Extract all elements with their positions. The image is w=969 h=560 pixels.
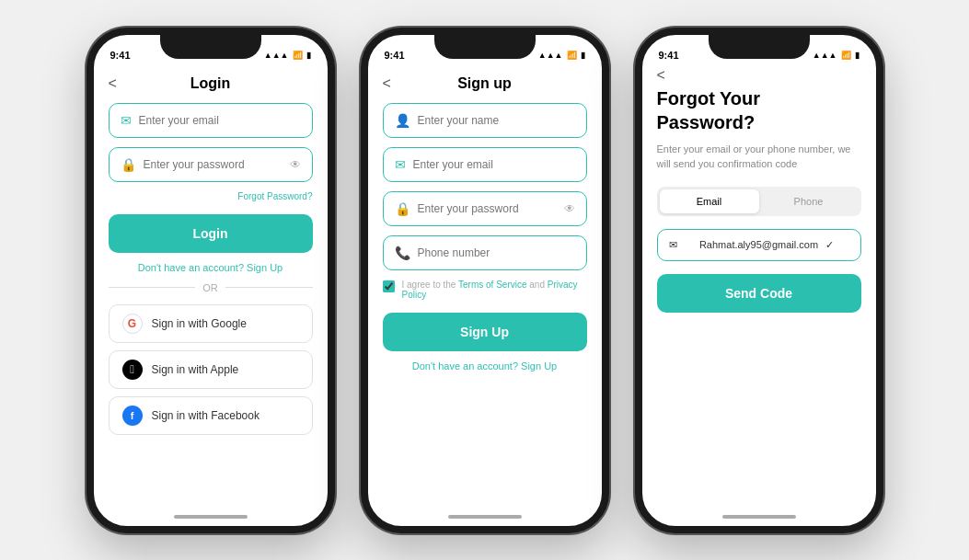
signup-phone-input[interactable] (418, 246, 575, 259)
login-screen-content: < Login ✉ 🔒 👁︎ Forgot Password? Login Do… (94, 68, 328, 508)
phone-tab[interactable]: Phone (759, 189, 859, 213)
forgot-nav-header: < (657, 68, 861, 86)
home-indicator-1 (94, 508, 328, 526)
email-icon-1: ✉ (121, 113, 132, 128)
phone-forgot: 9:41 ▲▲▲ 📶 ▮ < Forgot Your Password? Ent… (635, 28, 883, 533)
apple-signin-button[interactable]:  Sign in with Apple (109, 350, 313, 389)
signup-password-input[interactable] (418, 202, 557, 215)
facebook-signin-button[interactable]: f Sign in with Facebook (109, 396, 313, 435)
forgot-screen-content: < Forgot Your Password? Enter your email… (642, 68, 876, 508)
google-label: Sign in with Google (152, 317, 247, 330)
signup-phone-field[interactable]: 📞 (383, 235, 587, 270)
login-button[interactable]: Login (109, 214, 313, 253)
email-value-text: Rahmat.aly95@gmail.com (699, 239, 818, 250)
signup-screen-content: < Sign up 👤 ✉ 🔒 👁︎ 📞 (368, 68, 602, 508)
battery-icon-3: ▮ (855, 51, 859, 60)
apple-icon:  (122, 360, 143, 380)
login-link-row: Don't have an account? Sign Up (383, 360, 587, 371)
or-divider: OR (109, 282, 313, 293)
home-indicator-3 (642, 508, 876, 526)
signup-link-row: Don't have an account? Sign Up (109, 262, 313, 273)
send-code-button[interactable]: Send Code (657, 274, 861, 313)
status-icons-2: ▲▲▲ 📶 ▮ (538, 51, 585, 60)
google-icon: G (122, 314, 143, 334)
signup-title: Sign up (457, 75, 512, 92)
forgot-password-title: Forgot Your Password? (657, 86, 861, 134)
phone-signup: 9:41 ▲▲▲ 📶 ▮ < Sign up 👤 ✉ 🔒 (361, 28, 609, 533)
signup-password-field[interactable]: 🔒 👁︎ (383, 191, 587, 226)
signup-link[interactable]: Sign Up (247, 262, 283, 273)
forgot-password-link-1[interactable]: Forgot Password? (109, 191, 313, 201)
signal-icon-1: ▲▲▲ (264, 51, 289, 60)
terms-checkbox[interactable] (383, 280, 395, 292)
terms-text: I agree to the Terms of Service and Priv… (402, 280, 587, 300)
email-icon-3: ✉ (669, 239, 692, 251)
signup-email-field[interactable]: ✉ (383, 147, 587, 182)
phone-icon: 📞 (395, 246, 410, 260)
person-icon: 👤 (395, 113, 410, 128)
divider-or-text: OR (202, 282, 218, 293)
forgot-back-button[interactable]: < (657, 68, 665, 84)
login-password-input[interactable] (144, 158, 283, 171)
signup-nav-header: < Sign up (383, 68, 587, 103)
signup-back-button[interactable]: < (383, 75, 391, 92)
login-link-prefix: Don't have an account? (412, 360, 518, 371)
facebook-label: Sign in with Facebook (152, 409, 260, 422)
login-title: Login (190, 75, 231, 92)
battery-icon-1: ▮ (306, 51, 311, 60)
phones-container: 9:41 ▲▲▲ 📶 ▮ < Login ✉ 🔒 👁︎ Forgot Passw… (68, 9, 902, 552)
eye-slash-icon-1[interactable]: 👁︎ (290, 158, 301, 171)
status-time-3: 9:41 (659, 50, 679, 61)
facebook-icon: f (122, 406, 143, 426)
signup-name-field[interactable]: 👤 (383, 103, 587, 138)
signup-link-prefix: Don't have an account? (138, 262, 244, 273)
signup-button[interactable]: Sign Up (383, 313, 587, 351)
terms-link[interactable]: Terms of Service (458, 280, 526, 290)
home-bar-2 (448, 515, 522, 519)
lock-icon-2: 🔒 (395, 201, 410, 216)
forgot-password-subtitle: Enter your email or your phone number, w… (657, 142, 861, 172)
login-email-field[interactable]: ✉ (109, 103, 313, 138)
email-icon-2: ✉ (395, 157, 406, 172)
signal-icon-2: ▲▲▲ (538, 51, 563, 60)
divider-line-left (109, 287, 196, 288)
signup-name-input[interactable] (418, 114, 575, 127)
signal-icon-3: ▲▲▲ (813, 51, 837, 60)
checkmark-icon: ✓ (825, 239, 848, 251)
signup-nav-link[interactable]: Sign Up (521, 360, 557, 371)
login-email-input[interactable] (139, 114, 301, 127)
google-signin-button[interactable]: G Sign in with Google (109, 304, 313, 343)
wifi-icon-2: 📶 (567, 51, 577, 60)
status-icons-1: ▲▲▲ 📶 ▮ (264, 51, 311, 60)
home-bar-1 (174, 515, 248, 519)
apple-label: Sign in with Apple (152, 363, 239, 376)
wifi-icon-3: 📶 (841, 51, 851, 60)
email-phone-tab-group: Email Phone (657, 187, 861, 216)
divider-line-right (225, 287, 313, 288)
login-back-button[interactable]: < (109, 75, 117, 92)
eye-slash-icon-2[interactable]: 👁︎ (564, 202, 575, 215)
terms-checkbox-row: I agree to the Terms of Service and Priv… (383, 280, 587, 300)
login-nav-header: < Login (109, 68, 313, 103)
lock-icon-1: 🔒 (121, 157, 136, 172)
phone-notch-3 (709, 35, 810, 59)
status-time-1: 9:41 (110, 50, 131, 61)
wifi-icon-1: 📶 (293, 51, 303, 60)
phone-notch (160, 35, 261, 59)
battery-icon-2: ▮ (581, 51, 585, 60)
login-password-field[interactable]: 🔒 👁︎ (109, 147, 313, 182)
status-icons-3: ▲▲▲ 📶 ▮ (813, 51, 859, 60)
phone-login: 9:41 ▲▲▲ 📶 ▮ < Login ✉ 🔒 👁︎ Forgot Passw… (87, 28, 335, 533)
signup-email-input[interactable] (413, 158, 575, 171)
status-time-2: 9:41 (385, 50, 405, 61)
home-indicator-2 (368, 508, 602, 526)
phone-notch-2 (434, 35, 536, 59)
home-bar-3 (722, 515, 796, 519)
email-value-field[interactable]: ✉ Rahmat.aly95@gmail.com ✓ (657, 229, 861, 261)
email-tab[interactable]: Email (660, 189, 759, 213)
